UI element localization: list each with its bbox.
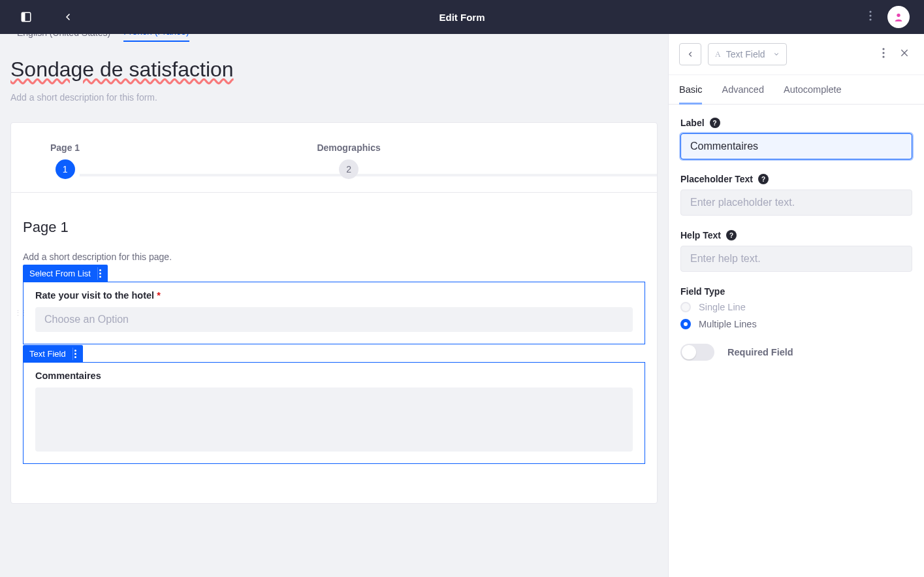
lang-tab-french[interactable]: French (France): [123, 34, 189, 42]
properties-panel: A Text Field Basic Advanced Autocomplete: [668, 34, 924, 577]
panel-tabs: Basic Advanced Autocomplete: [669, 75, 924, 105]
back-button[interactable]: [61, 10, 74, 24]
page-title: Edit Form: [439, 12, 485, 23]
panel-field-type-dropdown[interactable]: A Text Field: [708, 43, 787, 65]
user-avatar[interactable]: [887, 6, 910, 28]
panel-tab-advanced[interactable]: Advanced: [722, 75, 764, 104]
panel-close-button[interactable]: [895, 44, 914, 65]
field-tag-select-label: Select From List: [29, 269, 91, 278]
helptext-input[interactable]: [680, 246, 912, 272]
text-field-icon: A: [715, 50, 721, 59]
field-text-label: Commentaires: [35, 371, 633, 381]
panel-type-label: Text Field: [726, 49, 765, 59]
page-step-1[interactable]: Page 1 1: [50, 142, 80, 179]
radio-icon-selected: [680, 319, 691, 329]
label-input[interactable]: [680, 133, 912, 159]
lang-tab-english[interactable]: English (United States): [17, 34, 110, 42]
field-tag-text-menu-icon[interactable]: [72, 348, 78, 360]
drag-handle-icon[interactable]: ⋮⋮: [14, 309, 26, 318]
page-stepper: Page 1 1 Demographics 2: [11, 123, 657, 193]
svg-point-2: [869, 10, 871, 12]
sidebar-toggle-icon[interactable]: [20, 10, 33, 24]
field-tag-select: Select From List: [23, 265, 108, 282]
field-select-from-list[interactable]: ⋮⋮ Select From List Rate your visit to t…: [23, 282, 645, 344]
caret-down-icon: [773, 49, 780, 59]
fieldtype-label: Field Type: [680, 286, 725, 297]
panel-tab-autocomplete[interactable]: Autocomplete: [784, 75, 842, 104]
radio-single-line[interactable]: Single Line: [680, 302, 912, 312]
help-icon[interactable]: ?: [726, 230, 737, 240]
svg-point-8: [882, 56, 884, 58]
required-toggle-label: Required Field: [727, 347, 793, 357]
field-select-label: Rate your visit to the hotel *: [35, 290, 633, 301]
page-step-1-label: Page 1: [50, 142, 80, 153]
radio-multiple-label: Multiple Lines: [699, 319, 757, 329]
field-text-field[interactable]: Text Field Commentaires: [23, 362, 645, 464]
panel-back-button[interactable]: [679, 43, 701, 65]
radio-icon: [680, 302, 691, 312]
page-heading[interactable]: Page 1: [23, 219, 645, 236]
field-tag-text: Text Field: [23, 345, 83, 363]
svg-point-7: [882, 52, 884, 54]
radio-multiple-lines[interactable]: Multiple Lines: [680, 319, 912, 329]
svg-rect-1: [22, 12, 25, 22]
radio-single-label: Single Line: [699, 302, 746, 312]
label-label: Label: [680, 118, 705, 128]
field-tag-text-label: Text Field: [29, 349, 66, 359]
required-toggle[interactable]: [680, 344, 714, 361]
form-card: Page 1 1 Demographics 2 Page 1 Add a sho…: [10, 122, 658, 504]
form-title[interactable]: Sondage de satisfaction: [10, 58, 658, 82]
help-icon[interactable]: ?: [758, 174, 769, 184]
toggle-knob: [682, 345, 696, 359]
form-description-placeholder[interactable]: Add a short description for this form.: [10, 92, 658, 103]
language-tabs: English (United States) French (France): [17, 34, 658, 42]
page-step-2[interactable]: Demographics 2: [317, 142, 380, 179]
helptext-label: Help Text: [680, 230, 721, 240]
svg-point-4: [869, 18, 871, 20]
page-step-2-label: Demographics: [317, 142, 380, 153]
panel-menu-icon[interactable]: [878, 44, 889, 65]
placeholder-label: Placeholder Text: [680, 174, 753, 184]
panel-tab-basic[interactable]: Basic: [679, 75, 702, 105]
topbar-menu-icon[interactable]: [865, 7, 876, 27]
svg-point-6: [882, 48, 884, 50]
page-step-2-circle: 2: [339, 159, 358, 179]
page-description[interactable]: Add a short description for this page.: [23, 252, 645, 262]
required-star-icon: *: [157, 290, 161, 301]
svg-point-5: [897, 14, 900, 17]
svg-point-3: [869, 14, 871, 16]
field-select-input[interactable]: Choose an Option: [35, 307, 633, 332]
help-icon[interactable]: ?: [710, 118, 720, 128]
field-tag-select-menu-icon[interactable]: [97, 267, 103, 280]
placeholder-input[interactable]: [680, 190, 912, 216]
page-step-1-circle: 1: [56, 159, 75, 179]
field-text-textarea[interactable]: [35, 387, 633, 452]
